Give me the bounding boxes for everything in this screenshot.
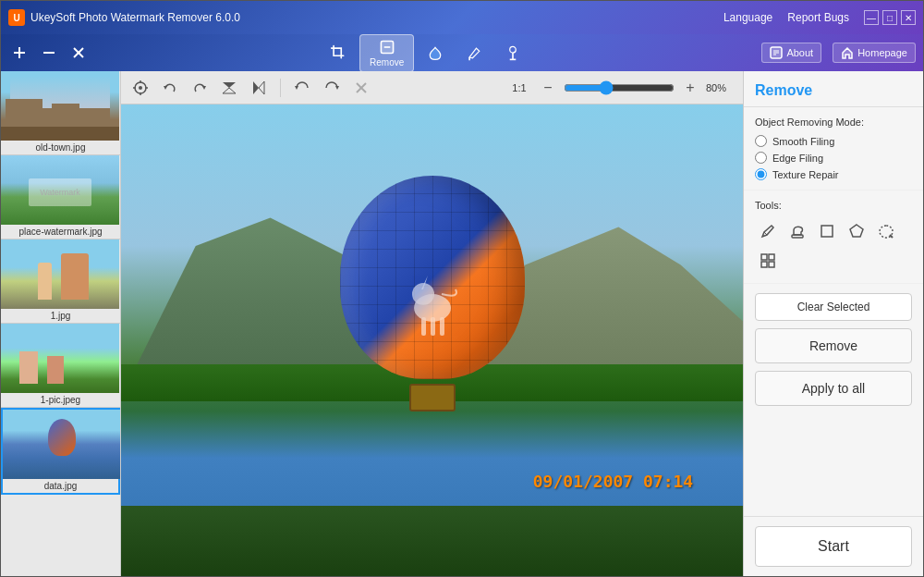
separator [280, 79, 281, 97]
app-icon: U [8, 9, 25, 26]
canvas-image-area[interactable]: 09/01/2007 07:14 [121, 104, 743, 576]
panel-bottom: Start [744, 516, 923, 576]
homepage-button[interactable]: Homepage [833, 43, 916, 63]
close-button[interactable]: ✕ [901, 10, 916, 25]
ground-bottom [121, 506, 743, 577]
about-button[interactable]: About [761, 43, 821, 63]
object-removing-label: Object Removing Mode: [755, 117, 912, 128]
svg-marker-26 [259, 81, 264, 94]
stamp-tool-tab[interactable] [495, 41, 530, 65]
title-nav-links: Language Report Bugs [723, 11, 849, 24]
toolbar-left [8, 42, 90, 64]
selection-tool-btn[interactable] [128, 76, 152, 100]
svg-marker-27 [295, 86, 298, 90]
title-bar-left: U UkeySoft Photo Watermark Remover 6.0.0 [8, 9, 240, 26]
title-bar: U UkeySoft Photo Watermark Remover 6.0.0… [1, 1, 923, 34]
zoom-out-btn[interactable]: − [536, 76, 560, 100]
brush-tool-tab[interactable] [456, 41, 492, 65]
crop-tool-tab[interactable] [321, 41, 356, 65]
add-file-button[interactable] [8, 42, 30, 64]
texture-repair-label: Texture Repair [772, 169, 839, 180]
edge-filing-label: Edge Filing [772, 153, 823, 164]
texture-repair-option[interactable]: Texture Repair [755, 168, 912, 180]
lasso-tool-btn[interactable] [873, 218, 899, 244]
svg-rect-33 [421, 317, 426, 336]
title-bar-right: Language Report Bugs — □ ✕ [723, 10, 916, 25]
app-window: U UkeySoft Photo Watermark Remover 6.0.0… [0, 0, 924, 577]
close-file-button[interactable] [67, 42, 90, 64]
enhance-tool-tab[interactable] [418, 41, 453, 65]
panel-actions: Clear Selected Remove Apply to all [744, 284, 923, 415]
minimize-button[interactable]: — [864, 10, 879, 25]
undo-btn[interactable] [290, 76, 314, 100]
remove-tool-tab[interactable]: Remove [359, 34, 414, 72]
sidebar-label: 1.jpg [1, 309, 120, 323]
apply-to-all-button[interactable]: Apply to all [755, 371, 912, 406]
sidebar-item[interactable]: data.jpg [1, 408, 120, 495]
report-bugs-link[interactable]: Report Bugs [787, 11, 849, 24]
title-controls: — □ ✕ [864, 10, 916, 25]
redo-btn[interactable] [320, 76, 344, 100]
edge-filing-radio[interactable] [755, 152, 767, 164]
toolbar-main-tools: Remove [321, 34, 530, 72]
sidebar-item[interactable]: old-town.jpg [1, 71, 120, 155]
sidebar: old-town.jpg Watermark place-watermark.j… [1, 71, 121, 576]
remove-button[interactable]: Remove [755, 328, 912, 363]
svg-rect-37 [821, 226, 833, 237]
image-timestamp: 09/01/2007 07:14 [533, 472, 693, 491]
cancel-btn[interactable] [349, 76, 373, 100]
smooth-filing-option[interactable]: Smooth Filing [755, 135, 912, 147]
balloon-basket [409, 384, 456, 411]
pattern-tool-btn[interactable] [755, 248, 781, 274]
flip-v-btn[interactable] [217, 76, 241, 100]
svg-marker-24 [223, 88, 236, 93]
thumbnail-4 [1, 324, 119, 393]
canvas-toolbar: 1:1 − + 80% [121, 71, 743, 104]
svg-marker-21 [164, 86, 167, 90]
object-removing-section: Object Removing Mode: Smooth Filing Edge… [744, 107, 923, 190]
edge-filing-option[interactable]: Edge Filing [755, 152, 912, 164]
tools-section: Tools: [744, 190, 923, 284]
flip-h-btn[interactable] [247, 76, 271, 100]
svg-point-16 [139, 86, 142, 90]
sidebar-label: 1-pic.jpeg [1, 393, 120, 407]
thumbnail-1 [1, 71, 119, 141]
svg-line-39 [890, 235, 893, 238]
canvas-area: 1:1 − + 80% [121, 71, 743, 576]
svg-rect-36 [792, 235, 803, 238]
polygon-tool-btn[interactable] [844, 218, 869, 244]
app-title: UkeySoft Photo Watermark Remover 6.0.0 [30, 11, 240, 24]
zoom-slider[interactable] [564, 80, 675, 95]
balloon [331, 176, 534, 435]
svg-rect-41 [769, 254, 774, 260]
rotate-left-btn[interactable] [158, 76, 182, 100]
restore-button[interactable]: □ [882, 10, 897, 25]
svg-marker-23 [223, 82, 236, 88]
thumbnail-3 [1, 239, 119, 309]
svg-rect-40 [761, 254, 767, 260]
zoom-controls: 1:1 − + 80% [506, 76, 736, 100]
clear-selected-button[interactable]: Clear Selected [755, 293, 912, 321]
pen-tool-btn[interactable] [755, 218, 781, 244]
toolbar-right: About Homepage [761, 43, 916, 63]
balloon-scene: 09/01/2007 07:14 [121, 104, 743, 576]
smooth-filing-label: Smooth Filing [772, 136, 834, 147]
svg-rect-35 [440, 317, 444, 336]
svg-rect-34 [431, 317, 435, 336]
sidebar-item[interactable]: 1.jpg [1, 239, 120, 324]
zoom-in-btn[interactable]: + [678, 76, 702, 100]
texture-repair-radio[interactable] [755, 168, 767, 180]
sidebar-item[interactable]: Watermark place-watermark.jpg [1, 155, 120, 239]
rect-tool-btn[interactable] [814, 218, 840, 244]
sidebar-item[interactable]: 1-pic.jpeg [1, 324, 120, 408]
language-link[interactable]: Language [723, 11, 772, 24]
start-button[interactable]: Start [755, 526, 912, 567]
stamp-tool-btn[interactable] [784, 218, 810, 244]
svg-marker-28 [335, 86, 339, 90]
smooth-filing-radio[interactable] [755, 135, 767, 147]
remove-file-button[interactable] [38, 42, 60, 64]
rotate-right-btn[interactable] [188, 76, 212, 100]
svg-marker-22 [202, 86, 206, 90]
balloon-body [340, 176, 525, 379]
sidebar-label: data.jpg [3, 479, 118, 493]
